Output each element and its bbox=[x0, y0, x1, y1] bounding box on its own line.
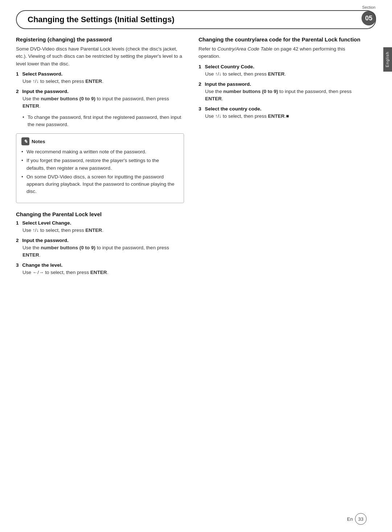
lock-step-1-title: 1 Select Level Change. bbox=[16, 220, 184, 226]
notes-icon: ✎ bbox=[21, 137, 29, 145]
header-bar: Changing the Settings (Initial Settings) bbox=[16, 10, 376, 29]
footer: En 33 bbox=[16, 513, 367, 525]
lock-step-2-title: 2 Input the password. bbox=[16, 238, 184, 243]
lock-step-3: 3 Change the level. Use ←/→ to select, t… bbox=[16, 262, 184, 276]
reg-bullet-1: To change the password, first input the … bbox=[23, 114, 184, 129]
registering-password-intro: Some DVD-Video discs have Parental Lock … bbox=[16, 45, 184, 68]
notes-label: Notes bbox=[32, 139, 45, 144]
right-column: Changing the country/area code for the P… bbox=[199, 36, 367, 280]
page-number: 33 bbox=[355, 513, 367, 525]
reg-step-2-body: Use the number buttons (0 to 9) to input… bbox=[23, 95, 184, 110]
cc-step-1-title: 1 Select Country Code. bbox=[199, 64, 367, 69]
country-code-heading: Changing the country/area code for the P… bbox=[199, 36, 367, 43]
country-code-intro: Refer to Country/Area Code Table on page… bbox=[199, 45, 367, 60]
notes-list: We recommend making a written note of th… bbox=[21, 148, 179, 196]
notes-box: ✎ Notes We recommend making a written no… bbox=[16, 133, 184, 203]
registering-password-section: Registering (changing) the password Some… bbox=[16, 36, 184, 128]
cc-step-3-title: 3 Select the country code. bbox=[199, 106, 367, 112]
note-2: If you forget the password, restore the … bbox=[21, 157, 179, 172]
cc-step-1-body: Use ↑/↓ to select, then press ENTER. bbox=[205, 70, 367, 78]
side-tab-english: English bbox=[383, 47, 392, 72]
cc-step-2: 2 Input the password. Use the number but… bbox=[199, 81, 367, 103]
lock-step-1-body: Use ↑/↓ to select, then press ENTER. bbox=[23, 227, 184, 234]
columns: Registering (changing) the password Some… bbox=[16, 36, 367, 280]
lock-step-2-body: Use the number buttons (0 to 9) to input… bbox=[23, 244, 184, 259]
reg-bullet-list: To change the password, first input the … bbox=[23, 114, 184, 129]
note-1: We recommend making a written note of th… bbox=[21, 148, 179, 156]
country-code-section: Changing the country/area code for the P… bbox=[199, 36, 367, 120]
reg-step-1-title: 1 Select Password. bbox=[16, 71, 184, 77]
lock-step-3-body: Use ←/→ to select, then press ENTER. bbox=[23, 269, 184, 276]
lock-step-3-title: 3 Change the level. bbox=[16, 262, 184, 268]
en-label: En bbox=[347, 516, 353, 522]
lock-step-2: 2 Input the password. Use the number but… bbox=[16, 238, 184, 259]
notes-header: ✎ Notes bbox=[21, 137, 179, 145]
main-content: Registering (changing) the password Some… bbox=[16, 36, 367, 514]
parental-lock-heading: Changing the Parental Lock level bbox=[16, 211, 184, 217]
reg-step-1: 1 Select Password. Use ↑/↓ to select, th… bbox=[16, 71, 184, 85]
page-title: Changing the Settings (Initial Settings) bbox=[28, 15, 175, 24]
cc-step-2-body: Use the number buttons (0 to 9) to input… bbox=[205, 88, 367, 103]
parental-lock-section: Changing the Parental Lock level 1 Selec… bbox=[16, 211, 184, 277]
lock-step-1: 1 Select Level Change. Use ↑/↓ to select… bbox=[16, 220, 184, 234]
reg-step-1-body: Use ↑/↓ to select, then press ENTER. bbox=[23, 78, 184, 85]
registering-password-heading: Registering (changing) the password bbox=[16, 36, 184, 43]
left-column: Registering (changing) the password Some… bbox=[16, 36, 184, 280]
reg-step-2-title: 2 Input the password. bbox=[16, 89, 184, 94]
cc-step-3: 3 Select the country code. Use ↑/↓ to se… bbox=[199, 106, 367, 120]
cc-step-3-body: Use ↑/↓ to select, then press ENTER.■ bbox=[205, 113, 367, 120]
reg-step-2: 2 Input the password. Use the number but… bbox=[16, 89, 184, 110]
cc-step-1: 1 Select Country Code. Use ↑/↓ to select… bbox=[199, 64, 367, 78]
cc-step-2-title: 2 Input the password. bbox=[199, 81, 367, 87]
note-3: On some DVD-Video discs, a screen for in… bbox=[21, 173, 179, 196]
